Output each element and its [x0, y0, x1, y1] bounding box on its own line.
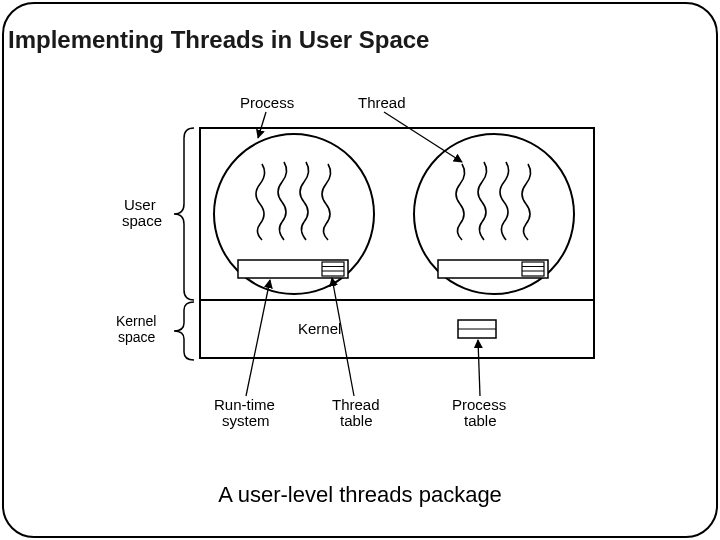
thread-table-label-2: table [340, 412, 373, 429]
process-table-box [458, 320, 496, 338]
slide-caption: A user-level threads package [4, 482, 716, 508]
thread-table-left [322, 262, 344, 276]
kernel-label: Kernel [298, 320, 341, 337]
thread-table-label-1: Thread [332, 396, 380, 413]
kernel-space-label-1: Kernel [116, 313, 156, 329]
process-table-label-1: Process [452, 396, 506, 413]
thread-arrow [384, 112, 462, 162]
thread-table-arrow [332, 278, 354, 396]
process-top-label: Process [240, 94, 294, 111]
runtime-label-2: system [222, 412, 270, 429]
kernel-space-brace [174, 302, 194, 360]
runtime-label-1: Run-time [214, 396, 275, 413]
threads-right [456, 162, 531, 240]
thread-top-label: Thread [358, 94, 406, 111]
process-table-arrow [478, 340, 480, 396]
threads-left [256, 162, 331, 240]
process-arrow [258, 112, 266, 138]
runtime-arrow [246, 280, 270, 396]
svg-rect-0 [322, 262, 344, 276]
user-space-brace [174, 128, 194, 300]
user-space-label-2: space [122, 212, 162, 229]
thread-table-right [522, 262, 544, 276]
threads-diagram: Kernel Process Thread User space Kernel … [4, 4, 718, 538]
user-space-label-1: User [124, 196, 156, 213]
svg-rect-3 [522, 262, 544, 276]
kernel-space-label-2: space [118, 329, 156, 345]
process-table-label-2: table [464, 412, 497, 429]
process-container-box [200, 128, 594, 358]
slide-frame: Implementing Threads in User Space [2, 2, 718, 538]
